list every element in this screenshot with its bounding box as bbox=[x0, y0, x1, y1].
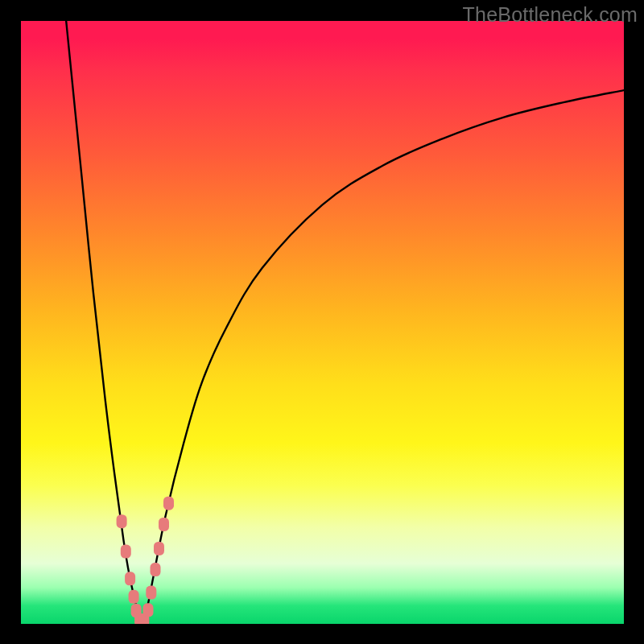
data-point bbox=[151, 563, 161, 576]
data-point bbox=[159, 518, 169, 531]
scatter-layer bbox=[21, 21, 624, 624]
data-point bbox=[129, 590, 139, 604]
data-point bbox=[163, 497, 174, 510]
data-point bbox=[117, 514, 127, 528]
data-point bbox=[154, 542, 164, 555]
data-point bbox=[143, 603, 154, 617]
data-point bbox=[146, 586, 156, 600]
plot-area bbox=[21, 21, 624, 624]
outer-frame: TheBottleneck.com bbox=[0, 0, 644, 644]
data-point bbox=[125, 572, 135, 585]
highlighted-points bbox=[117, 497, 174, 624]
data-point bbox=[121, 545, 131, 559]
watermark-text: TheBottleneck.com bbox=[463, 3, 638, 27]
